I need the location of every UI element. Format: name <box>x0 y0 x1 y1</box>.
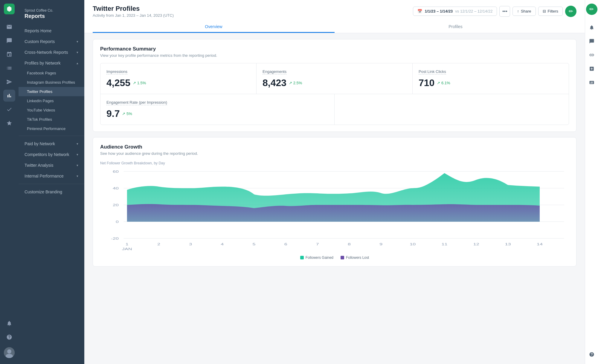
sidebar-item-custom-reports[interactable]: Custom Reports ▾ <box>19 36 84 47</box>
more-options-button[interactable]: ••• <box>499 6 510 17</box>
sidebar-item-paid-by-network[interactable]: Paid by Network ▾ <box>19 138 84 149</box>
share-button[interactable]: ↑ Share <box>512 7 536 16</box>
sidebar-item-cross-network[interactable]: Cross-Network Reports ▾ <box>19 47 84 58</box>
sidebar-item-facebook-pages[interactable]: Facebook Pages <box>19 68 84 78</box>
right-help-icon[interactable] <box>586 348 598 360</box>
right-add-icon[interactable] <box>586 63 598 75</box>
nav-pin-icon[interactable] <box>3 48 15 60</box>
date-comparison: vs 12/1/22 – 12/14/22 <box>455 9 492 13</box>
sidebar-item-tiktok-profiles[interactable]: TikTok Profiles <box>19 115 84 124</box>
audience-growth-title: Audience Growth <box>100 144 569 150</box>
nav-help-icon[interactable] <box>3 331 15 343</box>
sidebar-item-profiles-by-network[interactable]: Profiles by Network ▴ <box>19 58 84 68</box>
svg-point-1 <box>7 349 11 354</box>
nav-analytics-icon[interactable] <box>3 90 15 102</box>
app-section-title: Reports <box>25 13 78 19</box>
sidebar-item-pinterest-performance[interactable]: Pinterest Performance <box>19 124 84 133</box>
internal-performance-label: Internal Performance <box>25 174 64 178</box>
page-title: Twitter Profiles <box>93 5 174 13</box>
gained-legend-label: Followers Gained <box>306 256 333 260</box>
app-logo[interactable] <box>4 4 15 14</box>
nav-send-icon[interactable] <box>3 76 15 88</box>
nav-list-icon[interactable] <box>3 62 15 74</box>
right-link-icon[interactable] <box>586 49 598 61</box>
performance-summary-card: Performance Summary View your key profil… <box>93 39 576 132</box>
filters-button[interactable]: ⊟ Filters <box>538 7 563 16</box>
sidebar: Sprout Coffee Co. Reports Reports Home C… <box>19 0 84 364</box>
lost-legend-label: Followers Lost <box>346 256 369 260</box>
date-primary: 1/1/23 – 1/14/23 <box>425 9 453 13</box>
page-subtitle: Activity from Jan 1, 2023 – Jan 14, 2023… <box>93 13 174 18</box>
calendar-icon: 📅 <box>417 9 422 13</box>
engagement-rate-value: 9.7 ↗ 5% <box>106 108 328 119</box>
post-link-clicks-label: Post Link Clicks <box>419 69 446 74</box>
right-alert-icon[interactable] <box>586 22 598 33</box>
cross-network-label: Cross-Network Reports <box>25 50 68 55</box>
competitors-label: Competitors by Network <box>25 152 69 157</box>
nav-tasks-icon[interactable] <box>3 103 15 115</box>
custom-reports-label: Custom Reports <box>25 39 55 44</box>
share-label: Share <box>521 9 531 13</box>
metrics-grid-row2: Engagement Rate (per Impression) 9.7 ↗ 5… <box>100 94 569 125</box>
svg-text:6: 6 <box>284 242 287 246</box>
reports-home-label: Reports Home <box>25 28 51 33</box>
company-name: Sprout Coffee Co. <box>25 8 78 13</box>
tab-overview[interactable]: Overview <box>93 21 335 33</box>
svg-text:10: 10 <box>410 242 416 246</box>
svg-text:14: 14 <box>537 242 543 246</box>
page-header: Twitter Profiles Activity from Jan 1, 20… <box>84 0 585 33</box>
sidebar-item-instagram-business[interactable]: Instagram Business Profiles <box>19 78 84 87</box>
engagement-rate-label: Engagement Rate (per Impression) <box>106 100 167 105</box>
compose-button[interactable]: ✏ <box>565 6 576 17</box>
metrics-grid-row1: Impressions 4,255 ↗ 1.5% Engagements 8,4… <box>100 63 569 94</box>
right-keyboard-icon[interactable] <box>586 77 598 88</box>
performance-title: Performance Summary <box>100 46 569 52</box>
svg-text:20: 20 <box>113 203 119 207</box>
tab-bar: Overview Profiles <box>93 21 576 33</box>
customize-branding-label: Customize Branding <box>25 189 62 194</box>
engagements-label: Engagements <box>263 69 286 74</box>
nav-inbox-icon[interactable] <box>3 21 15 33</box>
nav-alert-icon[interactable] <box>3 317 15 329</box>
post-link-clicks-value: 710 ↗ 6.1% <box>419 77 563 88</box>
svg-text:1: 1 <box>126 242 129 246</box>
profiles-by-network-label: Profiles by Network <box>25 61 61 65</box>
sidebar-item-linkedin-pages[interactable]: LinkedIn Pages <box>19 96 84 105</box>
date-range-picker[interactable]: 📅 1/1/23 – 1/14/23 vs 12/1/22 – 12/14/22 <box>413 7 497 16</box>
sidebar-item-internal-performance[interactable]: Internal Performance ▾ <box>19 171 84 181</box>
metric-engagements: Engagements 8,423 ↗ 2.5% <box>257 63 413 94</box>
sidebar-item-reports-home[interactable]: Reports Home <box>19 25 84 36</box>
chevron-down-icon: ▾ <box>77 51 78 54</box>
metric-impressions: Impressions 4,255 ↗ 1.5% <box>100 63 257 94</box>
engagements-change: ↗ 2.5% <box>289 81 302 85</box>
nav-messages-icon[interactable] <box>3 35 15 47</box>
page-title-group: Twitter Profiles Activity from Jan 1, 20… <box>93 5 174 18</box>
svg-text:0: 0 <box>116 220 119 224</box>
sidebar-item-customize-branding[interactable]: Customize Branding <box>19 186 84 197</box>
svg-text:-20: -20 <box>111 236 119 240</box>
audience-growth-subtitle: See how your audience grew during the re… <box>100 151 569 156</box>
audience-growth-chart: 60 40 20 0 -20 <box>100 168 569 252</box>
svg-text:13: 13 <box>505 242 511 246</box>
paid-by-network-label: Paid by Network <box>25 141 55 146</box>
right-message-icon[interactable] <box>586 35 598 47</box>
chevron-down-icon: ▾ <box>77 163 78 167</box>
svg-text:3: 3 <box>189 242 192 246</box>
main-content: Twitter Profiles Activity from Jan 1, 20… <box>84 0 585 364</box>
compose-icon: ✏ <box>569 8 573 15</box>
post-link-clicks-change: ↗ 6.1% <box>437 81 450 85</box>
sidebar-item-twitter-analysis[interactable]: Twitter Analysis ▾ <box>19 160 84 171</box>
right-compose-button[interactable]: ✏ <box>586 4 597 15</box>
user-avatar[interactable] <box>4 347 15 358</box>
sidebar-item-competitors-by-network[interactable]: Competitors by Network ▾ <box>19 149 84 160</box>
tab-profiles[interactable]: Profiles <box>335 21 576 33</box>
svg-text:9: 9 <box>379 242 382 246</box>
right-rail: ✏ <box>585 0 598 364</box>
svg-text:7: 7 <box>316 242 319 246</box>
sidebar-item-twitter-profiles[interactable]: Twitter Profiles <box>19 87 84 96</box>
chevron-up-icon: ▴ <box>77 61 78 65</box>
nav-star-icon[interactable] <box>3 117 15 129</box>
impressions-label: Impressions <box>106 69 127 74</box>
header-actions: 📅 1/1/23 – 1/14/23 vs 12/1/22 – 12/14/22… <box>413 6 576 17</box>
sidebar-item-youtube-videos[interactable]: YouTube Videos <box>19 105 84 115</box>
